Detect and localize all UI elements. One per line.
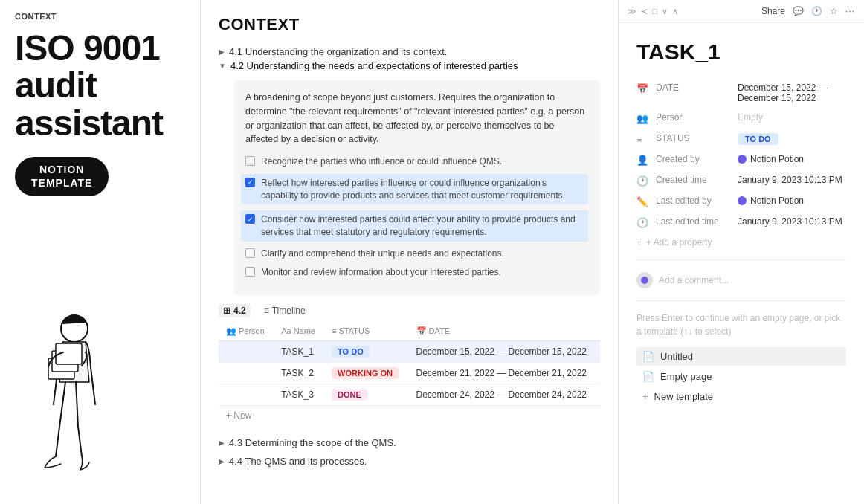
row3-person	[219, 384, 274, 405]
template-option-empty[interactable]: 📄 Empty page	[636, 367, 846, 386]
property-date: 📅 DATE December 15, 2022 — December 15, …	[636, 78, 846, 108]
table-header-row: 👥 Person Aa Name ≡ STATUS	[219, 322, 600, 341]
status-badge-working: WORKING ON	[332, 367, 399, 379]
nav-back-icon[interactable]: ≫	[628, 7, 636, 16]
section-block: A broadening of scope beyond just custom…	[233, 80, 600, 295]
status-col-icon: ≡	[332, 326, 336, 335]
arrow-4-4-icon: ▶	[219, 457, 225, 465]
arrow-4-3-icon: ▶	[219, 439, 225, 447]
last-edited-by-icon: ✏️	[636, 196, 648, 207]
checklist-item-0[interactable]: Recognize the parties who influence or c…	[245, 155, 588, 168]
middle-panel: CONTEXT ▶ 4.1 Understanding the organiza…	[201, 0, 619, 504]
col-status: ≡ STATUS	[324, 322, 408, 341]
checklist-item-1[interactable]: ✓ Reflect how interested parties influen…	[241, 174, 588, 205]
person-illustration	[15, 308, 112, 489]
arrow-expanded-icon: ▼	[219, 62, 226, 70]
checkbox-4[interactable]	[245, 267, 255, 277]
col-name: Aa Name	[274, 322, 324, 341]
share-button[interactable]: Share	[761, 6, 785, 16]
row1-date: December 15, 2022 — December 15, 2022	[409, 340, 600, 362]
logo-bar: CONTEXT	[15, 12, 57, 21]
toc-item-4-4[interactable]: ▶ 4.4 The QMS and its processes.	[219, 454, 600, 468]
lower-toc: ▶ 4.3 Determining the scope of the QMS. …	[219, 436, 600, 468]
status-prop-icon: ≡	[636, 134, 648, 145]
row2-date: December 21, 2022 — December 21, 2022	[409, 362, 600, 384]
checkbox-3[interactable]	[245, 248, 255, 258]
view-icon[interactable]: □	[652, 7, 657, 16]
template-option-new[interactable]: + New template	[636, 387, 846, 406]
person-prop-icon: 👥	[636, 113, 648, 124]
notion-potion-dot-2	[738, 196, 747, 205]
plus-icon-2: +	[642, 391, 648, 402]
comment-icon[interactable]: 💬	[793, 6, 804, 16]
template-options: 📄 Untitled 📄 Empty page + New template	[636, 347, 846, 406]
hero-title: ISO 9001 audit assistant	[15, 30, 163, 142]
property-created-time: 🕐 Created time January 9, 2023 10:13 PM	[636, 170, 846, 191]
row2-name: TASK_2	[274, 362, 324, 384]
name-col-icon: Aa	[281, 326, 291, 335]
doc-icon-1: 📄	[642, 351, 654, 362]
property-last-edited-time: 🕐 Last edited time January 9, 2023 10:13…	[636, 212, 846, 233]
checklist-item-4[interactable]: Monitor and review information about you…	[245, 266, 588, 279]
table-row[interactable]: TASK_1 TO DO December 15, 2022 — Decembe…	[219, 340, 600, 362]
property-status: ≡ STATUS TO DO	[636, 129, 846, 149]
property-created-by: 👤 Created by Notion Potion	[636, 149, 846, 170]
chevron-up-icon[interactable]: ∧	[672, 7, 678, 16]
row2-person	[219, 362, 274, 384]
table-row[interactable]: TASK_3 DONE December 24, 2022 — December…	[219, 384, 600, 405]
property-person: 👥 Person Empty	[636, 108, 846, 129]
data-table: 👥 Person Aa Name ≡ STATUS	[219, 322, 600, 406]
arrow-icon: ▶	[219, 48, 225, 56]
add-new-button[interactable]: + New	[219, 406, 600, 425]
continue-hint: Press Enter to continue with an empty pa…	[636, 311, 846, 338]
date-col-icon: 📅	[416, 326, 427, 336]
clock-icon[interactable]: 🕐	[811, 6, 822, 16]
more-icon[interactable]: ···	[845, 6, 855, 16]
notion-potion-dot-3	[641, 277, 648, 284]
created-by-value: Notion Potion	[738, 154, 804, 164]
row2-status: WORKING ON	[324, 362, 408, 384]
table-row[interactable]: TASK_2 WORKING ON December 21, 2022 — De…	[219, 362, 600, 384]
status-badge-done: DONE	[332, 389, 367, 401]
date-prop-icon: 📅	[636, 83, 648, 94]
tab-4-2[interactable]: ⊞ 4.2	[219, 304, 251, 317]
template-option-untitled[interactable]: 📄 Untitled	[636, 347, 846, 366]
checkbox-1[interactable]: ✓	[245, 178, 255, 187]
checklist-item-2[interactable]: ✓ Consider how interested parties could …	[241, 210, 588, 242]
star-icon[interactable]: ☆	[830, 6, 838, 16]
table-icon: ⊞	[223, 306, 230, 316]
right-content: TASK_1 📅 DATE December 15, 2022 — Decemb…	[619, 23, 864, 504]
task-title: TASK_1	[636, 39, 846, 65]
tab-timeline[interactable]: ≡ Timeline	[259, 304, 310, 317]
avatar	[636, 272, 653, 288]
format-icon[interactable]: ≺	[641, 7, 648, 16]
toc-item-4-3[interactable]: ▶ 4.3 Determining the scope of the QMS.	[219, 436, 600, 450]
plus-icon: +	[636, 237, 642, 248]
checklist-item-3[interactable]: Clarify and comprehend their unique need…	[245, 248, 588, 260]
toolbar-right: Share 💬 🕐 ☆ ···	[761, 6, 855, 16]
row1-name: TASK_1	[274, 340, 324, 362]
toc-list: ▶ 4.1 Understanding the organization and…	[219, 45, 600, 73]
add-property-button[interactable]: + + Add a property	[636, 233, 846, 252]
checkbox-2[interactable]: ✓	[245, 214, 255, 224]
last-edited-by-value: Notion Potion	[738, 196, 804, 206]
toc-item-4-1[interactable]: ▶ 4.1 Understanding the organization and…	[219, 45, 600, 59]
col-person: 👥 Person	[219, 322, 274, 341]
timeline-icon: ≡	[264, 306, 269, 316]
doc-icon-2: 📄	[642, 371, 654, 382]
col-date: 📅 DATE	[409, 322, 600, 341]
status-todo-badge[interactable]: TO DO	[738, 133, 778, 145]
row3-name: TASK_3	[274, 384, 324, 405]
table-tabs: ⊞ 4.2 ≡ Timeline	[219, 304, 600, 317]
toc-item-4-2[interactable]: ▼ 4.2 Understanding the needs and expect…	[219, 59, 600, 73]
row1-person	[219, 340, 274, 362]
left-panel: CONTEXT ISO 9001 audit assistant NOTIONT…	[0, 0, 201, 504]
chevron-down-icon[interactable]: ∨	[662, 7, 668, 16]
checkbox-0[interactable]	[245, 156, 255, 166]
comment-area[interactable]: Add a comment...	[636, 268, 846, 293]
person-col-icon: 👥	[226, 326, 236, 336]
table-section: ⊞ 4.2 ≡ Timeline 👥 Person	[219, 304, 600, 425]
divider	[636, 259, 846, 260]
row3-status: DONE	[324, 384, 408, 405]
context-heading: CONTEXT	[219, 15, 600, 34]
